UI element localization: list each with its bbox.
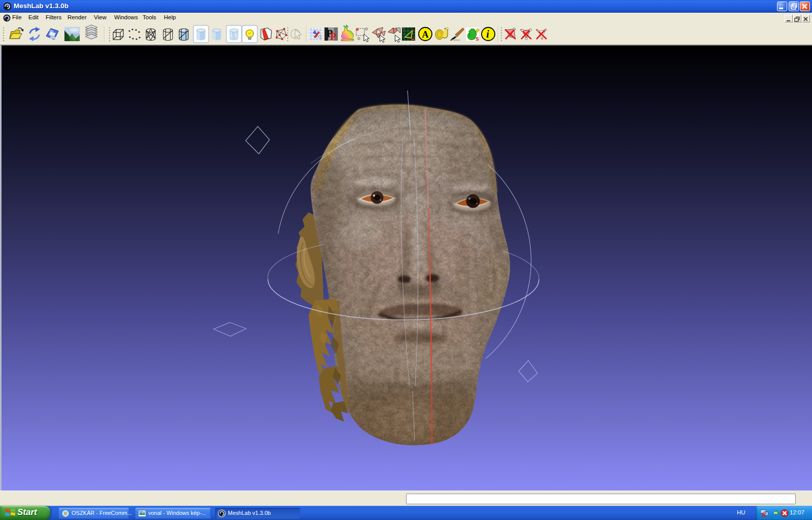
svg-text:A: A: [422, 29, 429, 40]
svg-text:i: i: [486, 28, 489, 40]
svg-text:P: P: [330, 31, 336, 42]
svg-text:s: s: [476, 35, 479, 42]
